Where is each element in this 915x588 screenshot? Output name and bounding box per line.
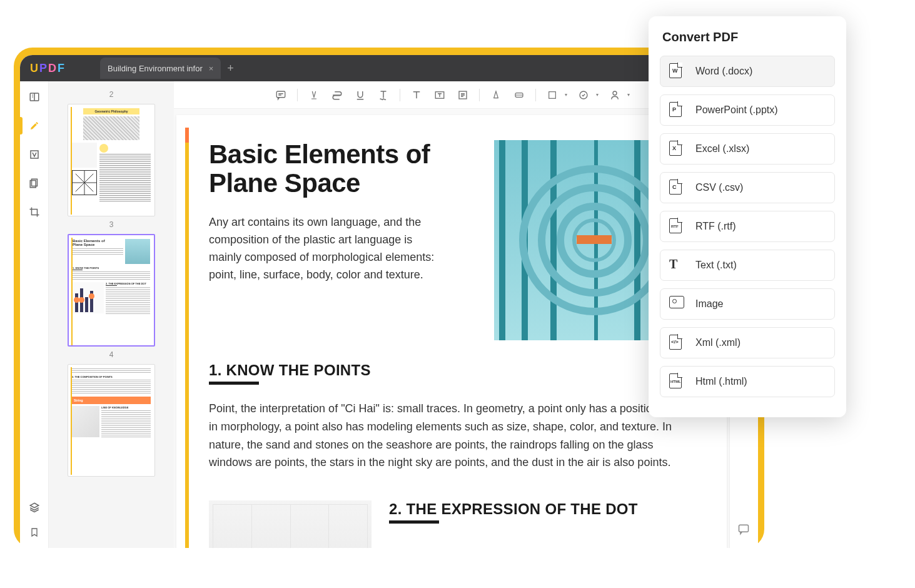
convert-option-text[interactable]: T Text (.txt): [660, 250, 835, 281]
page-number-3: 3: [49, 220, 174, 229]
signature-icon[interactable]: [608, 88, 622, 102]
convert-panel-title: Convert PDF: [662, 30, 835, 44]
convert-label-xml: Xml (.xml): [695, 337, 741, 348]
highlight-tool-icon[interactable]: [28, 119, 41, 133]
logo-d: D: [48, 62, 57, 75]
app-logo[interactable]: U P D F: [26, 62, 65, 75]
strikethrough-icon[interactable]: [330, 88, 344, 102]
document-view: ▾ ▾ ▾ Basic Elements of Plane Space Any …: [174, 81, 729, 548]
crop-tool-icon[interactable]: [28, 205, 41, 219]
doc-intro: Any art contains its own language, and t…: [209, 214, 447, 284]
convert-option-xml[interactable]: </> Xml (.xml): [660, 327, 835, 358]
tab-title: Building Environment infor: [108, 64, 203, 73]
doc-title-line1: Basic Elements of: [209, 140, 477, 169]
thumbnail-page-4[interactable]: 3. THE COMPOSITION OF POINTS String LINE…: [68, 364, 155, 477]
highlight-icon[interactable]: [307, 88, 321, 102]
convert-label-word: Word (.docx): [695, 66, 752, 77]
image-file-icon: [669, 296, 684, 312]
eraser-icon[interactable]: [512, 88, 526, 102]
text-icon[interactable]: [410, 88, 423, 102]
pages-tool-icon[interactable]: [28, 176, 41, 190]
thumb2-header: Geometric Philosophy: [83, 108, 139, 114]
rtf-file-icon: RTF: [669, 218, 684, 235]
html-file-icon: HTML: [669, 373, 684, 390]
svg-rect-8: [548, 91, 555, 98]
shape-icon[interactable]: [545, 88, 559, 102]
page-scroll[interactable]: Basic Elements of Plane Space Any art co…: [174, 109, 729, 548]
app-window: U P D F Building Environment infor × +: [20, 55, 758, 548]
logo-p: P: [39, 62, 48, 75]
svg-point-10: [613, 91, 617, 95]
pencil-icon[interactable]: [489, 88, 503, 102]
svg-rect-4: [276, 91, 285, 98]
logo-f: F: [58, 62, 65, 75]
thumbnail-panel[interactable]: 2 Geometric Philosophy: [49, 81, 174, 548]
document-page: Basic Elements of Plane Space Any art co…: [176, 115, 727, 548]
convert-label-text: Text (.txt): [695, 260, 737, 271]
thumbnail-page-3[interactable]: Basic Elements of Plane Space 1. KNOW TH…: [68, 234, 155, 347]
thumbnail-page-2[interactable]: Geometric Philosophy: [68, 104, 155, 216]
convert-option-html[interactable]: HTML Html (.html): [660, 366, 835, 397]
convert-label-html: Html (.html): [695, 376, 747, 387]
svg-rect-11: [739, 525, 749, 532]
word-file-icon: W: [669, 63, 684, 79]
note-icon[interactable]: [456, 88, 470, 102]
convert-label-excel: Excel (.xlsx): [695, 143, 749, 155]
document-tab[interactable]: Building Environment infor ×: [100, 58, 221, 79]
bookmark-icon[interactable]: [28, 525, 41, 539]
thumb4-string: String: [72, 397, 151, 404]
stamp-dropdown-icon[interactable]: ▾: [596, 92, 599, 98]
layers-icon[interactable]: [28, 500, 41, 514]
comment-icon[interactable]: [274, 88, 288, 102]
convert-option-word[interactable]: W Word (.docx): [660, 56, 835, 87]
logo-u: U: [30, 62, 39, 75]
edit-tool-icon[interactable]: [28, 148, 41, 161]
underline-icon[interactable]: [353, 88, 367, 102]
thumb3-title-b: Plane Space: [73, 243, 123, 246]
powerpoint-file-icon: P: [669, 102, 684, 118]
squiggly-icon[interactable]: [377, 88, 390, 102]
page-number-2: 2: [49, 90, 174, 99]
convert-label-image: Image: [695, 298, 723, 310]
section-heading-2: 2. THE EXPRESSION OF THE DOT: [389, 500, 694, 518]
convert-option-excel[interactable]: X Excel (.xlsx): [660, 133, 835, 165]
convert-option-rtf[interactable]: RTF RTF (.rtf): [660, 211, 835, 242]
convert-label-rtf: RTF (.rtf): [695, 221, 736, 232]
text-file-icon: T: [669, 257, 684, 273]
page-number-4: 4: [49, 350, 174, 359]
excel-file-icon: X: [669, 141, 684, 157]
convert-pdf-panel: Convert PDF W Word (.docx) P PowerPoint …: [649, 16, 846, 417]
titlebar: U P D F Building Environment infor × +: [20, 55, 758, 81]
chat-icon[interactable]: [737, 523, 751, 537]
csv-file-icon: C: [669, 180, 684, 196]
section-body-1: Point, the interpretation of "Ci Hai" is…: [209, 400, 694, 472]
main-area: 2 Geometric Philosophy: [20, 81, 758, 548]
section-2-image: [209, 500, 372, 548]
new-tab-button[interactable]: +: [227, 62, 234, 75]
stamp-icon[interactable]: [577, 88, 590, 102]
textbox-icon[interactable]: [433, 88, 447, 102]
left-rail: [20, 81, 49, 548]
reader-mode-icon[interactable]: [28, 90, 41, 104]
section-heading-1: 1. KNOW THE POINTS: [209, 362, 694, 379]
close-tab-icon[interactable]: ×: [209, 64, 214, 73]
convert-option-powerpoint[interactable]: P PowerPoint (.pptx): [660, 94, 835, 126]
signature-dropdown-icon[interactable]: ▾: [627, 92, 630, 98]
annotation-toolbar: ▾ ▾ ▾: [174, 81, 729, 109]
xml-file-icon: </>: [669, 335, 684, 351]
shape-dropdown-icon[interactable]: ▾: [565, 92, 567, 98]
convert-option-csv[interactable]: C CSV (.csv): [660, 172, 835, 203]
convert-label-powerpoint: PowerPoint (.pptx): [695, 104, 778, 116]
doc-title-line2: Plane Space: [209, 169, 477, 198]
convert-label-csv: CSV (.csv): [695, 182, 743, 193]
convert-option-image[interactable]: Image: [660, 288, 835, 320]
